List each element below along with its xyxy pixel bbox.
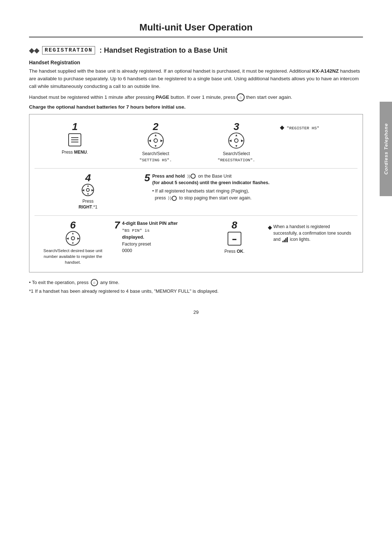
- wave-left-icon: ⟩: [187, 173, 189, 179]
- step-4-nav-icon: ▲ ▼ ◀ ▶: [82, 184, 94, 196]
- base-unit-wave-icon-2: ⟩ ): [168, 195, 177, 201]
- menu-line-1: [71, 137, 78, 138]
- menu-line-3: [71, 142, 78, 142]
- step-3: 3 ▲ ▼ ◀ ▶ Search/Select "REGISTRATION".: [196, 120, 277, 165]
- nav-circle-inner-3: [234, 138, 238, 143]
- circle-icon: [191, 174, 196, 179]
- ok-button-icon: ▬: [228, 232, 241, 246]
- bullet-arrow-icon: ◆: [280, 124, 284, 130]
- step-8-result: ◆ When a handset is registered successfu…: [265, 219, 358, 244]
- body-text-3: Handset must be registered within 1 minu…: [29, 93, 363, 101]
- step6-nav-down: ▼: [72, 242, 74, 245]
- step-7-inner: 7 4-digit Base Unit PIN after "BS PIN" i…: [114, 220, 201, 254]
- diamonds-icon: ◆◆: [29, 46, 39, 54]
- step-2: 2 ▲ ▼ ◀ ▶ Search/Select "SETTING HS".: [115, 120, 196, 165]
- step-5-bullet: • If all registered handsets start ringi…: [152, 188, 269, 195]
- step-5-inner: 5 Press and hold ⟩ ) on the Base Unit: [144, 173, 355, 202]
- step-2-label: Search/Select "SETTING HS".: [139, 151, 172, 163]
- step-8-label: Press OK.: [224, 248, 244, 255]
- nav-arrow-left: ◀: [148, 139, 151, 142]
- registration-label: REGISTRATION: [42, 46, 95, 54]
- step-1: 1 Press MENU.: [34, 120, 115, 157]
- nav-arrow-down-3: ▼: [235, 144, 238, 148]
- home-btn-footnote-icon: ⌂: [91, 279, 98, 286]
- nav-arrow-left-3: ◀: [229, 139, 232, 142]
- step-3-label: Search/Select "REGISTRATION".: [217, 151, 255, 163]
- nav-arrow-down: ▼: [154, 144, 157, 148]
- bullet-arrow-8-icon: ◆: [268, 224, 272, 231]
- step-7-number: 7: [114, 220, 120, 230]
- steps-row1: 1 Press MENU. 2 ▲ ▼: [34, 120, 358, 169]
- wave-right-icon: ): [189, 173, 191, 179]
- step-2-nav-icon: ▲ ▼ ◀ ▶: [148, 133, 164, 149]
- menu-line-2: [71, 139, 78, 140]
- step-8-result-text: When a handset is registered successfull…: [273, 224, 355, 243]
- step-5: 5 Press and hold ⟩ ) on the Base Unit: [142, 171, 358, 203]
- side-tab: Cordless Telephone: [380, 102, 392, 196]
- page-number: 29: [29, 309, 363, 315]
- warning-text: Charge the optional handset batteries fo…: [29, 104, 363, 110]
- step-6: 6 ▲ ▼ ◀ ▶ Search/Select desired base uni…: [34, 219, 111, 267]
- side-tab-text: Cordless Telephone: [383, 123, 389, 175]
- circle-icon-2: [172, 196, 177, 201]
- step-3-nav-icon: ▲ ▼ ◀ ▶: [228, 133, 244, 149]
- step-7: 7 4-digit Base Unit PIN after "BS PIN" i…: [111, 219, 204, 256]
- step-7-detail: 4-digit Base Unit PIN after "BS PIN" is …: [122, 220, 178, 254]
- step4-nav-down: ▼: [86, 193, 89, 196]
- nav-circle-inner: [154, 138, 158, 143]
- step-5-number: 5: [144, 173, 150, 183]
- nav-arrow-up-3: ▲: [235, 133, 238, 137]
- body-text-1: The handset supplied with the base unit …: [29, 68, 363, 90]
- bar4: [287, 237, 288, 242]
- step4-nav-right: ▶: [91, 188, 94, 191]
- bar1: [282, 241, 283, 242]
- steps-row3: 6 ▲ ▼ ◀ ▶ Search/Select desired base uni…: [34, 219, 358, 267]
- heading-suffix: : Handset Registration to a Base Unit: [99, 46, 227, 54]
- ok-button-inner-icon: ▬: [232, 236, 236, 241]
- menu-button-icon: [68, 133, 81, 146]
- bar2: [284, 240, 285, 242]
- register-hs-label: ◆ "REGISTER HS": [280, 124, 319, 131]
- step-6-nav-icon: ▲ ▼ ◀ ▶: [66, 231, 80, 246]
- wave-left-icon-2: ⟩: [168, 195, 170, 201]
- step-8-number: 8: [232, 220, 237, 230]
- steps-box: 1 Press MENU. 2 ▲ ▼: [29, 114, 363, 272]
- bar3: [285, 238, 286, 242]
- step-4: 4 ▲ ▼ ◀ ▶ Press RIGHT.*1: [34, 171, 142, 212]
- step-4-label: Press RIGHT.*1: [78, 198, 97, 211]
- page-container: Multi-unit User Operation ◆◆ REGISTRATIO…: [0, 0, 392, 337]
- signal-bars-icon: [282, 237, 288, 242]
- nav-arrow-up: ▲: [154, 133, 157, 137]
- step-1-number: 1: [72, 122, 78, 132]
- step-8: 8 ▬ Press OK.: [204, 219, 265, 256]
- step-8-result-inner: ◆ When a handset is registered successfu…: [268, 224, 355, 243]
- nav-arrow-right-3: ▶: [241, 139, 244, 142]
- step-5-line2: (for about 5 seconds) until the green in…: [152, 179, 269, 186]
- step6-nav-left: ◀: [66, 237, 69, 240]
- step-1-label: Press MENU.: [62, 149, 88, 155]
- footnote-bullet: • To exit the operation, press ⌂ any tim…: [29, 279, 363, 286]
- steps-row2: 4 ▲ ▼ ◀ ▶ Press RIGHT.*1 5: [34, 171, 358, 216]
- base-unit-wave-icon: ⟩ ): [187, 173, 196, 179]
- sub-heading: Handset Registration: [29, 60, 363, 65]
- step-5-line1: Press and hold ⟩ ) on the Base Unit: [152, 173, 269, 180]
- footnote-1: *1 If a handset has been already registe…: [29, 288, 363, 295]
- step-4-number: 4: [85, 173, 91, 183]
- step-3-number: 3: [233, 122, 239, 132]
- step6-nav-center: [71, 236, 75, 240]
- page-title: Multi-unit User Operation: [29, 22, 363, 37]
- footnotes: • To exit the operation, press ⌂ any tim…: [29, 279, 363, 295]
- step-2-number: 2: [153, 122, 159, 132]
- step6-nav-up: ▲: [72, 232, 74, 235]
- section-heading: ◆◆ REGISTRATION : Handset Registration t…: [29, 46, 363, 54]
- step-6-label: Search/Select desired base unit number a…: [37, 248, 109, 265]
- step-3-result: ◆ "REGISTER HS": [277, 120, 358, 132]
- step4-nav-up: ▲: [86, 184, 89, 187]
- step6-nav-right: ▶: [77, 237, 79, 240]
- nav-arrow-right: ▶: [160, 139, 163, 142]
- home-button-inline-icon: ⌂: [237, 93, 245, 101]
- step-5-detail: Press and hold ⟩ ) on the Base Unit (for…: [152, 173, 269, 202]
- step4-nav-center: [86, 188, 90, 192]
- step-5-bullet2: press ⟩ ) to stop paging then start over…: [152, 195, 269, 202]
- wave-right-icon-2: ): [170, 195, 171, 201]
